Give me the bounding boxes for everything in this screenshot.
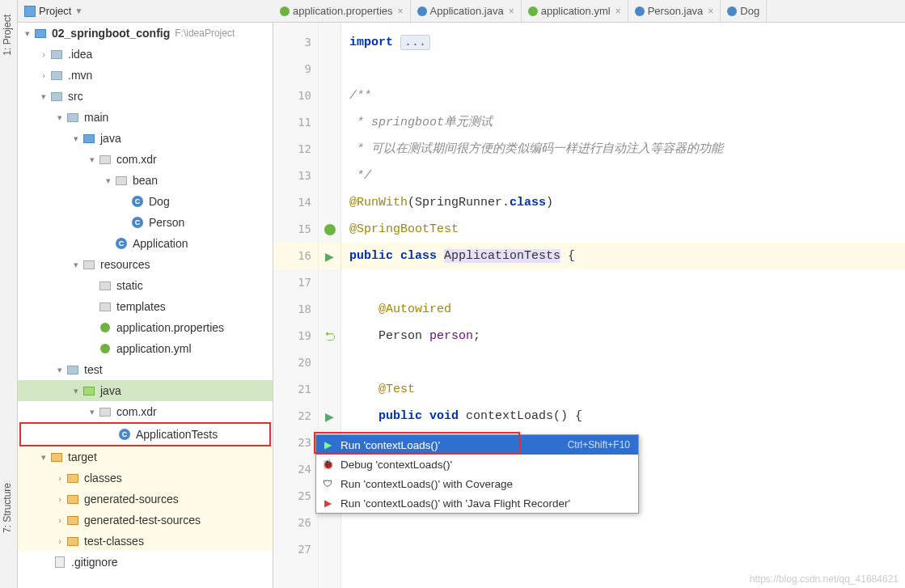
toolwindow-title-text: Project (39, 5, 71, 17)
folder-icon (51, 50, 62, 59)
run-icon: ▶ (321, 438, 334, 451)
tree-target[interactable]: ▾target (18, 446, 273, 467)
tab-label: application.properties (293, 5, 393, 17)
close-icon[interactable]: × (615, 6, 621, 17)
tree-bean[interactable]: ▾bean (18, 170, 273, 191)
tree-java-main[interactable]: ▾java (18, 128, 273, 149)
toolwindow-title[interactable]: Project ▼ (18, 5, 89, 17)
tree-pkg-main[interactable]: ▾com.xdr (18, 149, 273, 170)
tab-application-properties[interactable]: application.properties × (273, 0, 411, 22)
tab-label: application.yml (541, 5, 611, 17)
chevron-down-icon[interactable]: ▾ (70, 254, 82, 275)
chevron-right-icon[interactable]: › (53, 531, 66, 552)
tree-src[interactable]: ▾src (18, 86, 273, 107)
class-icon: C (116, 238, 127, 249)
tab-person-java[interactable]: Person.java × (628, 0, 721, 22)
tree-static[interactable]: static (18, 275, 273, 296)
folder-icon (99, 302, 111, 311)
chevron-down-icon[interactable]: ▾ (86, 401, 99, 422)
tab-application-yml[interactable]: application.yml × (522, 0, 628, 22)
java-icon (417, 6, 427, 16)
package-icon (116, 176, 127, 185)
tree-app-props[interactable]: application.properties (18, 317, 273, 338)
folder-icon (67, 474, 78, 483)
autowired-gutter-icon[interactable]: ⮌ (324, 330, 336, 343)
chevron-down-icon[interactable]: ▾ (21, 23, 34, 44)
chevron-down-icon[interactable]: ▾ (70, 128, 82, 149)
menu-jfr[interactable]: ▶ Run 'contextLoads()' with 'Java Flight… (316, 493, 638, 513)
tree-root[interactable]: ▾ 02_springboot_config F:\ideaProject (18, 23, 273, 44)
chevron-right-icon[interactable]: › (53, 510, 66, 531)
tree-mvn[interactable]: ›.mvn (18, 65, 273, 86)
test-folder-icon (83, 387, 95, 396)
tree-java-test[interactable]: ▾java (18, 380, 273, 401)
chevron-down-icon[interactable]: ▾ (102, 170, 115, 191)
tree-templates[interactable]: templates (18, 296, 273, 317)
chevron-down-icon[interactable]: ▾ (53, 359, 66, 380)
tree-dog[interactable]: CDog (18, 191, 273, 212)
chevron-down-icon[interactable]: ▾ (53, 107, 66, 128)
project-icon (24, 6, 36, 17)
run-gutter-icon[interactable]: ▶ (325, 410, 334, 423)
tree-gitignore[interactable]: .gitignore (18, 552, 273, 573)
resources-folder-icon (83, 260, 95, 269)
folder-icon (51, 71, 62, 80)
chevron-down-icon[interactable]: ▾ (37, 446, 50, 467)
project-tool-tab[interactable]: 1: Project (0, 8, 15, 62)
chevron-down-icon[interactable]: ▾ (86, 149, 99, 170)
tab-dog-java[interactable]: Dog (721, 0, 767, 22)
tree-gensrc[interactable]: ›generated-sources (18, 489, 273, 510)
chevron-right-icon[interactable]: › (37, 65, 50, 86)
shortcut: Ctrl+Shift+F10 (568, 439, 630, 451)
menu-debug[interactable]: 🐞 Debug 'contextLoads()' (316, 455, 638, 474)
source-folder-icon (83, 134, 95, 143)
tree-app-yml[interactable]: application.yml (18, 338, 273, 359)
watermark: https://blog.csdn.net/qq_41684621 (750, 573, 899, 585)
folder-icon (67, 537, 78, 546)
tab-label: Person.java (648, 5, 704, 17)
close-icon[interactable]: × (509, 6, 514, 17)
run-gutter-icon[interactable]: ▶ (325, 250, 334, 263)
fold-ellipsis[interactable]: ... (400, 35, 430, 50)
java-icon (727, 6, 737, 16)
chevron-down-icon[interactable]: ▾ (70, 380, 82, 401)
chevron-down-icon[interactable]: ▾ (37, 86, 50, 107)
tree-testclasses[interactable]: ›test-classes (18, 531, 273, 552)
folder-icon (67, 495, 78, 504)
spring-gutter-icon[interactable] (324, 224, 336, 235)
menu-run[interactable]: ▶ Run 'contextLoads()' Ctrl+Shift+F10 (316, 435, 638, 455)
package-icon (99, 155, 111, 164)
folder-icon (51, 92, 62, 101)
tree-applicationtests[interactable]: CApplicationTests (19, 422, 271, 446)
tree-person[interactable]: CPerson (18, 212, 273, 233)
debug-icon: 🐞 (321, 458, 334, 471)
class-icon: C (132, 217, 143, 228)
close-icon[interactable]: × (398, 6, 404, 17)
package-icon (99, 408, 111, 417)
jfr-icon: ▶ (321, 497, 334, 510)
structure-tool-tab[interactable]: 7: Structure (0, 476, 15, 539)
close-icon[interactable]: × (708, 6, 713, 17)
tree-test[interactable]: ▾test (18, 359, 273, 380)
tree-resources[interactable]: ▾resources (18, 254, 273, 275)
tree-pkg-test[interactable]: ▾com.xdr (18, 401, 273, 422)
folder-icon (67, 366, 78, 374)
editor-tabs: application.properties × Application.jav… (273, 0, 905, 23)
project-tree-panel: ▾ 02_springboot_config F:\ideaProject ›.… (18, 23, 273, 588)
coverage-icon: 🛡 (321, 477, 334, 490)
tab-application-java[interactable]: Application.java × (411, 0, 522, 22)
folder-icon (99, 281, 111, 290)
tree-classes[interactable]: ›classes (18, 467, 273, 489)
menu-coverage[interactable]: 🛡 Run 'contextLoads()' with Coverage (316, 474, 638, 493)
chevron-right-icon[interactable]: › (37, 44, 50, 65)
tree-main[interactable]: ▾main (18, 107, 273, 128)
chevron-right-icon[interactable]: › (53, 467, 66, 489)
chevron-right-icon[interactable]: › (53, 489, 66, 510)
tree-application[interactable]: CApplication (18, 233, 273, 254)
tree-gentestsrc[interactable]: ›generated-test-sources (18, 510, 273, 531)
tree-idea[interactable]: ›.idea (18, 44, 273, 65)
spring-icon (280, 6, 290, 16)
project-tree[interactable]: ▾ 02_springboot_config F:\ideaProject ›.… (18, 23, 273, 573)
excluded-folder-icon (51, 453, 62, 462)
tool-window-stripe: 1: Project 7: Structure (0, 0, 18, 588)
